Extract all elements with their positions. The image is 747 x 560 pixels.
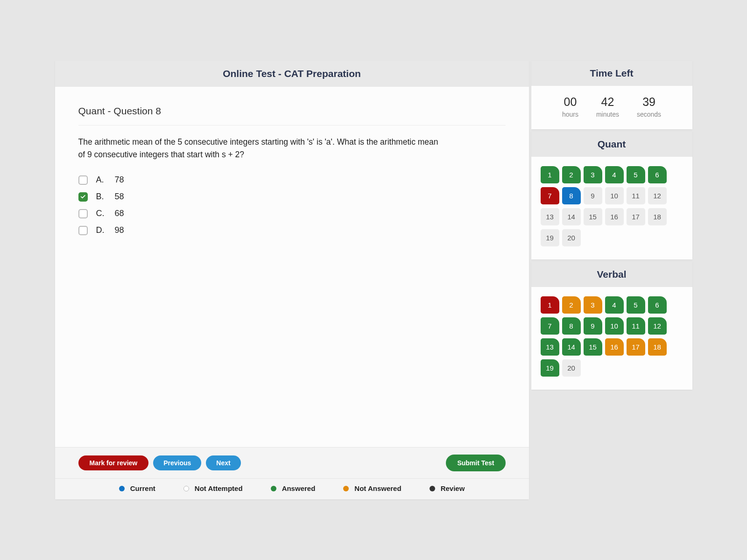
legend-label: Review (441, 484, 465, 492)
question-cell[interactable]: 12 (648, 317, 667, 335)
legend-not-answered: Not Answered (343, 484, 401, 492)
option-letter: C. (96, 209, 106, 218)
option-letter: A. (96, 175, 106, 185)
footer-actions: Mark for review Previous Next Submit Tes… (55, 448, 529, 479)
next-button[interactable]: Next (206, 455, 240, 470)
question-cell[interactable]: 4 (605, 166, 624, 183)
question-cell[interactable]: 2 (562, 296, 581, 314)
mark-review-button[interactable]: Mark for review (78, 455, 149, 470)
timer-seconds-value: 39 (637, 95, 661, 109)
legend-answered: Answered (271, 484, 316, 492)
legend-label: Current (130, 484, 155, 492)
dot-icon (183, 486, 189, 491)
question-cell[interactable]: 6 (648, 296, 667, 314)
option-text: 68 (115, 209, 124, 218)
timer-seconds: 39 seconds (637, 95, 661, 118)
question-cell[interactable]: 5 (627, 166, 645, 183)
question-cell[interactable]: 14 (562, 208, 581, 225)
question-cell[interactable]: 13 (541, 208, 559, 225)
timer-minutes-label: minutes (596, 111, 619, 118)
timer-title: Time Left (531, 61, 692, 86)
option-row[interactable]: B.58 (78, 192, 506, 202)
legend-not-attempted: Not Attempted (183, 484, 243, 492)
dot-icon (343, 486, 349, 491)
main-title: Online Test - CAT Preparation (55, 61, 529, 87)
option-text: 78 (115, 175, 124, 185)
dot-icon (119, 486, 125, 491)
question-cell[interactable]: 15 (584, 338, 602, 356)
sections-mount: Quant1234567891011121314151617181920Verb… (531, 132, 692, 390)
option-letter: D. (96, 225, 106, 235)
timer-hours: 00 hours (562, 95, 578, 118)
question-cell[interactable]: 14 (562, 338, 581, 356)
nav-button-group: Mark for review Previous Next (78, 455, 241, 470)
question-cell[interactable]: 18 (648, 208, 667, 225)
check-icon (80, 194, 86, 200)
question-cell[interactable]: 17 (627, 338, 645, 356)
timer-minutes-value: 42 (596, 95, 619, 109)
option-row[interactable]: D.98 (78, 225, 506, 235)
question-cell[interactable]: 3 (584, 296, 602, 314)
question-grid: 1234567891011121314151617181920 (531, 287, 692, 390)
question-cell[interactable]: 7 (541, 187, 559, 204)
question-area: Quant - Question 8 The arithmetic mean o… (55, 87, 529, 447)
timer-hours-value: 00 (562, 95, 578, 109)
question-cell[interactable]: 17 (627, 208, 645, 225)
question-cell[interactable]: 13 (541, 338, 559, 356)
timer-minutes: 42 minutes (596, 95, 619, 118)
question-cell[interactable]: 3 (584, 166, 602, 183)
legend: Current Not Attempted Answered Not Answe… (55, 479, 529, 499)
question-cell[interactable]: 16 (605, 208, 624, 225)
question-cell[interactable]: 4 (605, 296, 624, 314)
question-text: The arithmetic mean of the 5 consecutive… (78, 136, 447, 161)
question-grid: 1234567891011121314151617181920 (531, 157, 692, 259)
question-cell[interactable]: 20 (562, 359, 581, 377)
question-cell[interactable]: 10 (605, 317, 624, 335)
question-cell[interactable]: 19 (541, 359, 559, 377)
question-title: Quant - Question 8 (78, 105, 506, 126)
question-cell[interactable]: 8 (562, 187, 581, 204)
option-row[interactable]: C.68 (78, 209, 506, 218)
question-cell[interactable]: 11 (627, 187, 645, 204)
option-row[interactable]: A.78 (78, 175, 506, 185)
option-checkbox[interactable] (78, 175, 88, 185)
question-cell[interactable]: 10 (605, 187, 624, 204)
previous-button[interactable]: Previous (153, 455, 201, 470)
question-cell[interactable]: 11 (627, 317, 645, 335)
question-cell[interactable]: 12 (648, 187, 667, 204)
question-cell[interactable]: 9 (584, 317, 602, 335)
question-cell[interactable]: 20 (562, 229, 581, 246)
timer-panel: Time Left 00 hours 42 minutes 39 seconds (531, 61, 692, 129)
question-cell[interactable]: 15 (584, 208, 602, 225)
legend-current: Current (119, 484, 155, 492)
option-text: 58 (115, 192, 124, 202)
question-cell[interactable]: 8 (562, 317, 581, 335)
question-cell[interactable]: 19 (541, 229, 559, 246)
option-letter: B. (96, 192, 106, 202)
main-footer: Mark for review Previous Next Submit Tes… (55, 447, 529, 499)
option-checkbox[interactable] (78, 192, 88, 202)
question-cell[interactable]: 6 (648, 166, 667, 183)
option-text: 98 (115, 225, 124, 235)
submit-test-button[interactable]: Submit Test (446, 455, 505, 471)
question-cell[interactable]: 2 (562, 166, 581, 183)
question-cell[interactable]: 5 (627, 296, 645, 314)
question-cell[interactable]: 18 (648, 338, 667, 356)
legend-label: Not Attempted (195, 484, 243, 492)
dot-icon (271, 486, 276, 491)
section-panel: Quant1234567891011121314151617181920 (531, 132, 692, 259)
question-cell[interactable]: 9 (584, 187, 602, 204)
legend-review: Review (430, 484, 465, 492)
timer-seconds-label: seconds (637, 111, 661, 118)
question-cell[interactable]: 7 (541, 317, 559, 335)
timer-hours-label: hours (562, 111, 578, 118)
question-cell[interactable]: 16 (605, 338, 624, 356)
question-cell[interactable]: 1 (541, 166, 559, 183)
side-panel: Time Left 00 hours 42 minutes 39 seconds… (531, 61, 692, 499)
section-panel: Verbal1234567891011121314151617181920 (531, 262, 692, 390)
question-cell[interactable]: 1 (541, 296, 559, 314)
option-checkbox[interactable] (78, 226, 88, 235)
timer-body: 00 hours 42 minutes 39 seconds (531, 86, 692, 129)
legend-label: Not Answered (354, 484, 401, 492)
option-checkbox[interactable] (78, 209, 88, 218)
